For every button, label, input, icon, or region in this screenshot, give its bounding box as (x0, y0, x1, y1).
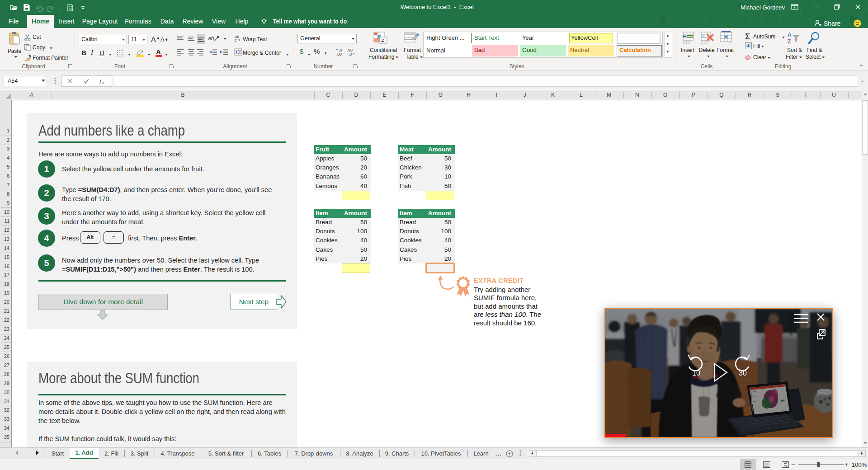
svg-text:.00: .00 (336, 52, 342, 56)
svg-text:.0: .0 (349, 52, 352, 56)
svg-text:c: c (235, 38, 237, 42)
svg-text:30: 30 (739, 369, 747, 377)
svg-text:A: A (788, 32, 792, 38)
svg-text:x: x (102, 80, 104, 85)
svg-text:ab: ab (208, 35, 214, 42)
svg-text:10: 10 (692, 369, 700, 377)
svg-text:≠: ≠ (381, 37, 384, 44)
svg-text:Z: Z (788, 38, 791, 45)
